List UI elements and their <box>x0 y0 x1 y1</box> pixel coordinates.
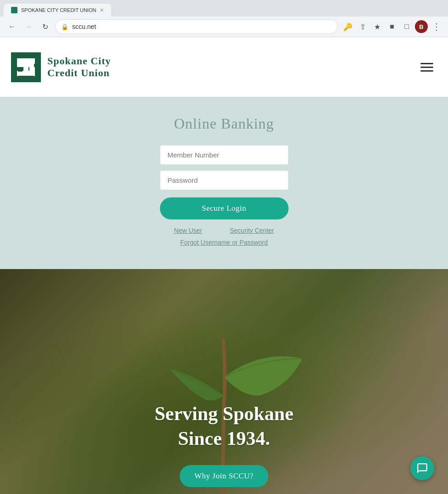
logo-text: Spokane City Credit Union <box>47 55 111 79</box>
tab-title: SPOKANE CITY CREDIT UNION <box>21 7 96 13</box>
hamburger-line-1 <box>420 63 433 64</box>
logo-icon <box>11 52 41 82</box>
chat-icon <box>416 462 428 474</box>
hamburger-line-3 <box>420 70 433 72</box>
tab-groups-button[interactable]: □ <box>400 20 413 33</box>
hero-title-line1: Serving Spokane <box>154 403 293 424</box>
tab-close-icon[interactable]: × <box>100 6 103 14</box>
back-button[interactable]: ← <box>6 20 18 33</box>
hero-title-line2: Since 1934. <box>178 428 270 449</box>
hamburger-line-2 <box>420 67 433 68</box>
forgot-credentials-link[interactable]: Forgot Username or Password <box>9 239 439 246</box>
hamburger-menu-button[interactable] <box>417 59 437 75</box>
toolbar-actions: 🔑 ⇧ ★ ■ □ B ⋮ <box>341 20 442 33</box>
why-join-button[interactable]: Why Join SCCU? <box>180 465 268 487</box>
login-section: Online Banking Secure Login New User Sec… <box>0 97 448 269</box>
lock-icon: 🔒 <box>61 23 68 30</box>
hero-section: Serving Spokane Since 1934. Why Join SCC… <box>0 269 448 494</box>
browser-chrome: SPOKANE CITY CREDIT UNION × ← → ↻ 🔒 sccu… <box>0 0 448 37</box>
new-user-link[interactable]: New User <box>174 227 202 234</box>
site-header: Spokane City Credit Union <box>0 37 448 97</box>
logo-line2: Credit Union <box>47 67 111 79</box>
logo-area: Spokane City Credit Union <box>11 52 111 82</box>
tab-favicon <box>11 7 17 13</box>
url-text: sccu.net <box>72 23 96 30</box>
address-bar[interactable]: 🔒 sccu.net <box>55 19 338 34</box>
browser-toolbar: ← → ↻ 🔒 sccu.net 🔑 ⇧ ★ ■ □ B ⋮ <box>0 17 448 37</box>
member-number-input[interactable] <box>160 145 289 165</box>
logo-svg <box>13 55 39 80</box>
security-center-link[interactable]: Security Center <box>230 227 274 234</box>
forward-button[interactable]: → <box>22 20 35 33</box>
profile-button[interactable]: B <box>415 20 428 33</box>
hero-content: Serving Spokane Since 1934. Why Join SCC… <box>154 401 293 487</box>
hero-title: Serving Spokane Since 1934. <box>154 401 293 451</box>
key-icon-button[interactable]: 🔑 <box>341 20 354 33</box>
active-tab[interactable]: SPOKANE CITY CREDIT UNION × <box>4 4 111 17</box>
secure-login-button[interactable]: Secure Login <box>160 197 289 219</box>
login-links: New User Security Center <box>9 227 439 234</box>
password-input[interactable] <box>160 170 289 190</box>
share-icon-button[interactable]: ⇧ <box>356 20 369 33</box>
login-title: Online Banking <box>9 115 439 132</box>
extensions-icon-button[interactable]: ■ <box>386 20 398 33</box>
tab-bar: SPOKANE CITY CREDIT UNION × <box>0 0 448 17</box>
bookmark-icon-button[interactable]: ★ <box>371 20 384 33</box>
chat-button[interactable] <box>410 456 434 480</box>
logo-line1: Spokane City <box>47 55 111 67</box>
more-options-button[interactable]: ⋮ <box>430 20 442 33</box>
login-form: Secure Login <box>155 145 293 219</box>
reload-button[interactable]: ↻ <box>39 20 51 33</box>
